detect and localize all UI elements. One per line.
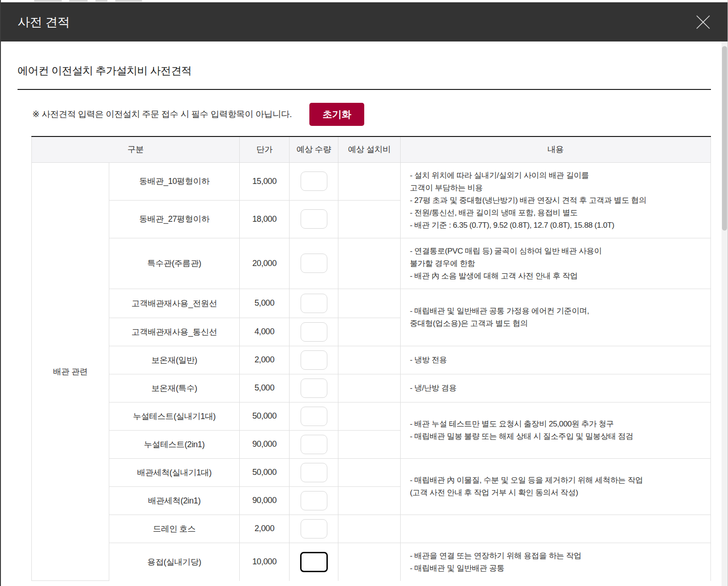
table-header-row: 구분 단가 예상 수량 예상 설치비 내용 xyxy=(32,136,711,162)
table-row: 배관 관련 동배관_10평형이하 15,000 - 설치 위치에 따라 실내기/… xyxy=(32,162,711,200)
background-page-edge xyxy=(1,0,728,2)
modal-header: 사전 견적 xyxy=(1,2,728,41)
install-cost-cell xyxy=(338,515,401,543)
install-cost-cell xyxy=(338,238,401,289)
details-cell: - 배관을 연결 또는 연장하기 위해 용접을 하는 작업 - 매립배관 및 일… xyxy=(401,543,711,581)
details-cell xyxy=(401,515,711,543)
details-cell: - 매립배관 內 이물질, 수분 및 오일 등을 제거하기 위해 세척하는 작업… xyxy=(401,458,711,515)
title-divider xyxy=(18,89,711,90)
group-label-cell: 배관 관련 xyxy=(32,162,109,581)
install-cost-cell xyxy=(338,346,401,374)
unit-price: 90,000 xyxy=(240,486,290,515)
scrollbar[interactable] xyxy=(722,41,728,586)
install-cost-cell xyxy=(338,458,401,486)
item-label: 드레인 호스 xyxy=(109,515,240,543)
item-label: 배관세척(2in1) xyxy=(109,486,240,515)
item-label: 용접(실내기당) xyxy=(109,543,240,581)
table-row: 드레인 호스 2,000 xyxy=(32,515,711,543)
unit-price: 18,000 xyxy=(240,200,290,238)
quantity-input[interactable] xyxy=(301,350,327,370)
details-cell: - 연결통로(PVC 매립 등) 굴곡이 심하여 일반 배관 사용이 불가할 경… xyxy=(401,238,711,289)
details-cell: - 설치 위치에 따라 실내기/실외기 사이의 배관 길이를 고객이 부담하는 … xyxy=(401,162,711,238)
item-label: 고객배관재사용_전원선 xyxy=(109,289,240,318)
page-title: 에어컨 이전설치 추가설치비 사전견적 xyxy=(18,64,711,78)
unit-price: 90,000 xyxy=(240,430,290,458)
details-cell: - 배관 누설 테스트만 별도 요청시 출장비 25,000원 추가 청구 - … xyxy=(401,402,711,458)
scrollbar-thumb[interactable] xyxy=(722,46,727,231)
quantity-input[interactable] xyxy=(301,209,327,229)
x-icon xyxy=(695,14,711,30)
install-cost-cell xyxy=(338,486,401,515)
quantity-input-focused[interactable] xyxy=(300,552,328,572)
col-header-category: 구분 xyxy=(32,136,240,162)
quantity-input[interactable] xyxy=(301,407,327,426)
table-row: 보온재(특수) 5,000 - 냉/난방 겸용 xyxy=(32,374,711,402)
table-row: 배관세척(실내기1대) 50,000 - 매립배관 內 이물질, 수분 및 오일… xyxy=(32,458,711,486)
close-icon[interactable] xyxy=(694,13,712,31)
details-cell: - 매립배관 및 일반배관 공통 가정용 에어컨 기준이며, 중대형(업소용)은… xyxy=(401,289,711,346)
install-cost-cell xyxy=(338,543,401,581)
install-cost-cell xyxy=(338,200,401,238)
details-cell: - 냉방 전용 xyxy=(401,346,711,374)
quantity-input[interactable] xyxy=(301,172,327,191)
quantity-input[interactable] xyxy=(301,491,327,510)
table-row: 고객배관재사용_전원선 5,000 - 매립배관 및 일반배관 공통 가정용 에… xyxy=(32,289,711,318)
col-header-expected-quantity: 예상 수량 xyxy=(290,136,338,162)
item-label: 보온재(일반) xyxy=(109,346,240,374)
quantity-input[interactable] xyxy=(301,519,327,539)
table-row: 보온재(일반) 2,000 - 냉방 전용 xyxy=(32,346,711,374)
item-label: 동배관_10평형이하 xyxy=(109,162,240,200)
unit-price: 10,000 xyxy=(240,543,290,581)
unit-price: 15,000 xyxy=(240,162,290,200)
item-label: 동배관_27평형이하 xyxy=(109,200,240,238)
note-text: ※ 사전견적 입력은 이전설치 주문 접수 시 필수 입력항목이 아닙니다. xyxy=(32,108,292,120)
unit-price: 50,000 xyxy=(240,402,290,430)
col-header-details: 내용 xyxy=(401,136,711,162)
item-label: 배관세척(실내기1대) xyxy=(109,458,240,486)
quantity-input[interactable] xyxy=(301,435,327,454)
pre-quote-modal: 사전 견적 에어컨 이전설치 추가설치비 사전견적 ※ 사전견적 입력은 이전설… xyxy=(0,0,728,586)
item-label: 누설테스트(2in1) xyxy=(109,430,240,458)
unit-price: 50,000 xyxy=(240,458,290,486)
details-cell: - 냉/난방 겸용 xyxy=(401,374,711,402)
unit-price: 4,000 xyxy=(240,318,290,346)
quantity-input[interactable] xyxy=(301,379,327,398)
table-row: 용접(실내기당) 10,000 - 배관을 연결 또는 연장하기 위해 용접을 … xyxy=(32,543,711,581)
quantity-input[interactable] xyxy=(301,322,327,342)
modal-body: 에어컨 이전설치 추가설치비 사전견적 ※ 사전견적 입력은 이전설치 주문 접… xyxy=(1,41,728,581)
item-label: 특수관(주름관) xyxy=(109,238,240,289)
unit-price: 2,000 xyxy=(240,346,290,374)
item-label: 누설테스트(실내기1대) xyxy=(109,402,240,430)
unit-price: 20,000 xyxy=(240,238,290,289)
table-row: 특수관(주름관) 20,000 - 연결통로(PVC 매립 등) 굴곡이 심하여… xyxy=(32,238,711,289)
install-cost-cell xyxy=(338,430,401,458)
note-row: ※ 사전견적 입력은 이전설치 주문 접수 시 필수 입력항목이 아닙니다. 초… xyxy=(32,103,711,126)
item-label: 보온재(특수) xyxy=(109,374,240,402)
quote-table: 구분 단가 예상 수량 예상 설치비 내용 배관 관련 동배관_10평형이하 1… xyxy=(31,136,711,581)
install-cost-cell xyxy=(338,289,401,318)
install-cost-cell xyxy=(338,318,401,346)
unit-price: 5,000 xyxy=(240,289,290,318)
quantity-input[interactable] xyxy=(301,294,327,313)
reset-button[interactable]: 초기화 xyxy=(309,103,365,126)
col-header-unit-price: 단가 xyxy=(240,136,290,162)
unit-price: 2,000 xyxy=(240,515,290,543)
table-row: 누설테스트(실내기1대) 50,000 - 배관 누설 테스트만 별도 요청시 … xyxy=(32,402,711,430)
modal-title: 사전 견적 xyxy=(18,14,70,30)
install-cost-cell xyxy=(338,402,401,430)
item-label: 고객배관재사용_통신선 xyxy=(109,318,240,346)
install-cost-cell xyxy=(338,162,401,200)
quantity-input[interactable] xyxy=(301,463,327,482)
quantity-input[interactable] xyxy=(301,254,327,273)
unit-price: 5,000 xyxy=(240,374,290,402)
install-cost-cell xyxy=(338,374,401,402)
col-header-expected-install-cost: 예상 설치비 xyxy=(338,136,401,162)
